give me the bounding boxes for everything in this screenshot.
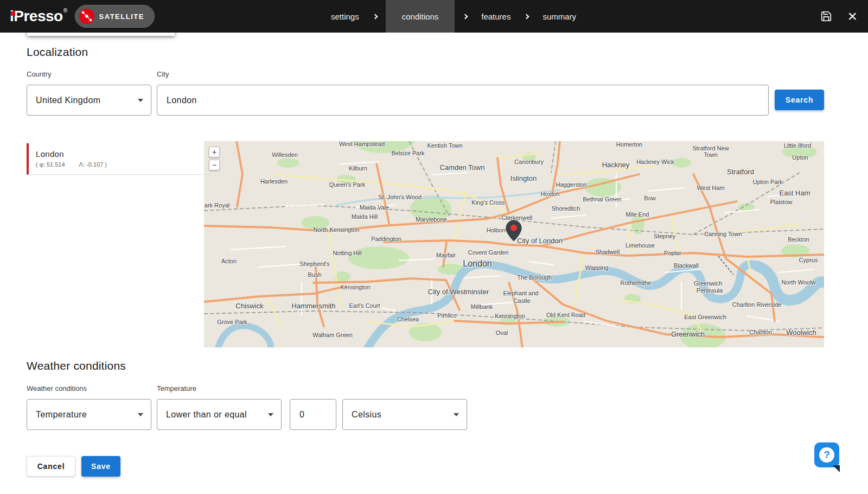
brand-text: iPresso — [10, 8, 63, 24]
weather-condition-label: Weather conditions — [27, 384, 87, 392]
close-icon: × — [847, 8, 857, 24]
longitude-value: Λ: -0.107 ) — [79, 161, 107, 168]
satellite-icon — [79, 8, 95, 24]
city-label: City — [157, 70, 169, 78]
save-button[interactable]: Save — [81, 456, 120, 477]
temperature-comparator-value: Lower than or equal — [166, 410, 247, 420]
registered-mark: ® — [63, 8, 67, 14]
weather-condition-select[interactable]: Temperature — [27, 399, 151, 430]
help-button[interactable]: ? — [814, 442, 839, 467]
nav-item-settings[interactable]: settings — [326, 0, 365, 33]
satellite-badge-label: SATELLITE — [99, 12, 144, 21]
map-marker-pin[interactable] — [506, 220, 522, 244]
temperature-unit-value: Celsius — [352, 410, 381, 420]
zoom-in-button[interactable]: + — [209, 147, 220, 157]
chevron-right-icon — [463, 14, 468, 19]
header-actions: × — [820, 0, 857, 33]
satellite-badge: SATELLITE — [75, 5, 155, 28]
close-button[interactable]: × — [847, 8, 857, 24]
nav-item-summary[interactable]: summary — [537, 0, 582, 33]
latitude-value: ( φ: 51.514 — [36, 161, 65, 168]
floppy-save-icon — [820, 10, 832, 22]
temperature-label: Temperature — [157, 384, 196, 392]
temperature-unit-select[interactable]: Celsius — [342, 399, 467, 430]
weather-conditions-title: Weather conditions — [27, 359, 126, 372]
search-results-panel: London ( φ: 51.514 Λ: -0.107 ) — [27, 141, 204, 347]
weather-condition-select-value: Temperature — [36, 410, 87, 420]
chevron-right-icon — [524, 14, 529, 19]
brand-red-dot — [11, 11, 15, 16]
chevron-down-icon — [268, 413, 273, 416]
localization-title: Localization — [27, 46, 88, 59]
chevron-down-icon — [454, 413, 459, 416]
breadcrumb-nav: settingsconditionsfeaturessummary — [326, 0, 582, 33]
zoom-out-button[interactable]: − — [209, 160, 220, 170]
country-label: Country — [27, 70, 52, 78]
question-mark-icon: ? — [819, 447, 834, 463]
chevron-right-icon — [372, 14, 378, 19]
nav-item-conditions[interactable]: conditions — [386, 0, 455, 33]
map[interactable]: West HampsteadKentish TownHomertonStratf… — [204, 141, 824, 347]
search-button[interactable]: Search — [775, 90, 824, 110]
top-bar: iPresso® SATELLITE settingsconditionsfea… — [0, 0, 868, 33]
map-zoom-controls: + − — [209, 147, 220, 170]
city-input[interactable] — [157, 85, 769, 116]
temperature-value-input[interactable] — [290, 399, 336, 430]
result-city-name: London — [36, 149, 204, 159]
country-select[interactable]: United Kingdom — [27, 85, 151, 116]
map-card: London ( φ: 51.514 Λ: -0.107 ) — [27, 141, 824, 347]
country-select-value: United Kingdom — [36, 96, 100, 105]
app-logo: iPresso® — [10, 8, 67, 25]
temperature-comparator-select[interactable]: Lower than or equal — [157, 399, 282, 430]
chevron-down-icon — [138, 99, 143, 102]
cancel-button[interactable]: Cancel — [27, 456, 75, 477]
result-item-london[interactable]: London ( φ: 51.514 Λ: -0.107 ) — [27, 143, 204, 175]
result-coordinates: ( φ: 51.514 Λ: -0.107 ) — [36, 161, 204, 168]
map-graphics — [204, 141, 824, 347]
nav-item-features[interactable]: features — [476, 0, 516, 33]
save-icon-button[interactable] — [820, 10, 832, 22]
chevron-down-icon — [138, 413, 143, 416]
